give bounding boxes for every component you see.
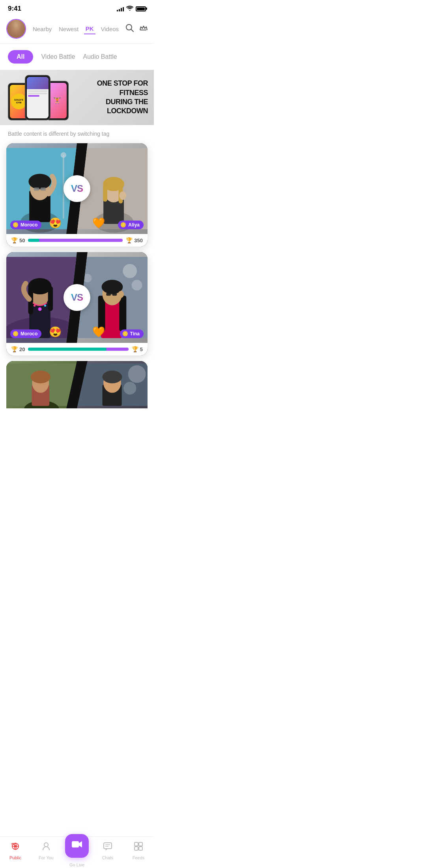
banner-phones: GOLD'SGYM 🏋️ [0,75,69,120]
banner-text: ONE STOP FOR FITNESS DURING THE LOCKDOWN [69,75,154,120]
nav-item-nearby[interactable]: Nearby [31,24,53,34]
svg-rect-9 [34,187,39,191]
progress-bar-2 [28,348,128,351]
svg-point-4 [61,152,66,158]
left-score-2: 🏆 20 [11,346,25,352]
nav-item-newest[interactable]: Newest [57,24,80,34]
right-emoji-1: 🧡 [92,217,105,229]
status-icons [117,6,146,12]
progress-bar-1 [28,239,123,242]
battle-video-3-partial [6,361,148,408]
svg-point-47 [31,370,50,383]
left-coin-1: 🪙 [13,222,19,228]
status-time: 9:41 [8,5,21,13]
status-bar: 9:41 [0,0,154,16]
crown-icon[interactable] [139,24,148,34]
nav-items: Nearby Newest PK Videos [29,24,122,34]
signal-icon [117,6,124,11]
progress-fill-1 [28,239,39,242]
vs-badge-2: VS [64,284,90,311]
filter-video-battle[interactable]: Video Battle [41,53,75,60]
svg-point-31 [123,264,137,278]
banner-title-line2: DURING THE LOCKDOWN [71,97,148,116]
nav-action-icons [125,24,148,34]
svg-rect-40 [112,293,117,296]
right-score-1: 🏆 350 [126,237,143,243]
avatar[interactable] [6,19,26,39]
svg-rect-36 [119,296,126,331]
svg-point-50 [123,382,136,395]
left-username-1: Moroco [21,222,37,228]
banner-title-line1: ONE STOP FOR FITNESS [71,79,148,97]
right-user-tag-2: 🪙 Tina [120,329,144,338]
vs-text-2: VS [71,292,83,303]
search-icon[interactable] [125,24,134,34]
svg-point-49 [128,365,146,383]
promo-banner[interactable]: GOLD'SGYM 🏋️ [0,70,154,125]
battle-card-1[interactable]: 🪙 Moroco 😍 VS [6,143,148,247]
battle-progress-2: 🏆 20 🏆 5 [6,343,148,355]
progress-fill-2 [28,348,106,351]
svg-point-42 [118,291,124,298]
left-user-tag-2: 🪙 Moroco [10,329,41,338]
battle-card-2[interactable]: 🪙 Moroco 😍 VS [6,252,148,355]
svg-point-28 [34,305,36,307]
header-nav: Nearby Newest PK Videos [0,16,154,44]
svg-point-19 [119,191,126,200]
wifi-icon [126,6,133,12]
right-coin-1: 🪙 [120,222,126,228]
right-username-2: Tina [130,331,140,337]
battle-progress-1: 🏆 50 🏆 350 [6,234,148,247]
battle-card-3-partial[interactable] [6,361,148,408]
battle-video-1: 🪙 Moroco 😍 VS [6,143,148,234]
left-coin-2: 🪙 [13,331,19,337]
vs-text-1: VS [71,183,83,194]
battle-video-2: 🪙 Moroco 😍 VS [6,252,148,343]
svg-point-33 [83,274,92,282]
vs-badge-1: VS [64,175,90,202]
filter-audio-battle[interactable]: Audio Battle [83,53,117,60]
content-scroll: All Video Battle Audio Battle GOLD'SGYM [0,44,154,446]
right-user-tag-1: 🪙 Aliya [118,221,144,229]
svg-rect-39 [106,293,111,296]
svg-rect-26 [48,286,53,311]
left-username-2: Moroco [21,331,37,337]
svg-line-1 [131,29,133,32]
svg-point-27 [38,307,42,311]
tag-hint: Battle content is different by switching… [0,125,154,141]
svg-rect-10 [41,187,46,191]
svg-rect-17 [103,184,107,202]
svg-point-29 [44,305,46,307]
left-emoji-2: 😍 [49,326,62,338]
svg-point-53 [102,370,122,383]
svg-point-32 [132,280,142,290]
filter-all[interactable]: All [8,50,33,64]
left-score-1: 🏆 50 [11,237,25,243]
right-coin-2: 🪙 [122,331,128,337]
filter-tabs: All Video Battle Audio Battle [0,44,154,70]
svg-point-8 [28,174,51,189]
right-score-2: 🏆 5 [132,346,143,352]
nav-item-videos[interactable]: Videos [99,24,120,34]
nav-item-pk[interactable]: PK [84,24,95,34]
left-emoji-1: 😍 [49,217,62,229]
battery-icon [136,6,146,11]
right-emoji-2: 🧡 [92,326,105,338]
right-username-1: Aliya [128,222,140,228]
left-user-tag-1: 🪙 Moroco [10,221,41,229]
